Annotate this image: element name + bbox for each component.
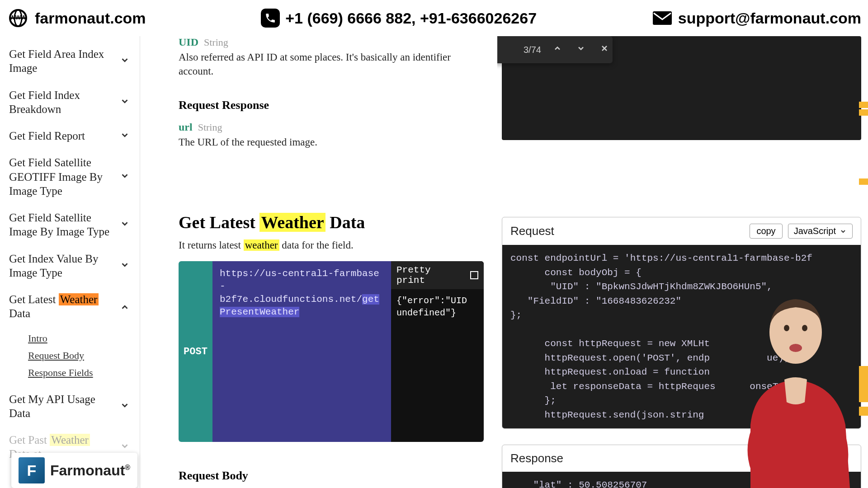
panel-header: Response — [502, 445, 861, 472]
www-icon: WWW — [7, 7, 29, 29]
phone-icon — [261, 9, 280, 28]
sidebar-item-geotiff-image[interactable]: Get Field Satellite GEOTIFF Image By Ima… — [0, 149, 140, 204]
response-code-panel: Response "lat" : 50.508256707 }, — [502, 445, 861, 488]
sidebar-subnav: Intro Request Body Response Fields — [0, 327, 140, 386]
pretty-print-checkbox[interactable] — [470, 271, 478, 279]
brand-logo-card: F Farmonaut® — [11, 453, 137, 488]
email-text: support@farmonaut.com — [678, 9, 861, 27]
chevron-down-icon — [120, 130, 130, 142]
language-select[interactable]: JavaScript — [788, 224, 853, 239]
sidebar-item-field-report[interactable]: Get Field Report — [0, 122, 140, 149]
search-highlight-current: Weather — [59, 293, 99, 305]
chevron-down-icon — [120, 441, 130, 453]
request-body-heading: Request Body — [179, 469, 484, 483]
request-code-panel: Request copy JavaScript const endpointUr… — [502, 217, 861, 429]
domain-block: WWW farmonaut.com — [7, 7, 146, 29]
search-highlight: Weather — [50, 434, 90, 446]
sidebar-item-label: Get Field Index Breakdown — [9, 88, 113, 117]
find-close-button[interactable] — [597, 42, 612, 57]
chevron-down-icon — [840, 228, 847, 235]
pretty-print-label: Pretty print — [396, 265, 465, 286]
email-block: support@farmonaut.com — [652, 8, 861, 28]
minimap-marker — [859, 366, 868, 402]
brand-logo-text: Farmonaut® — [50, 462, 130, 479]
sidebar-sub-request-body[interactable]: Request Body — [28, 347, 140, 364]
http-method-badge: POST — [179, 261, 212, 442]
code-column: 3/74 Request copy JavaScript const endpo… — [497, 36, 868, 488]
chevron-down-icon — [120, 96, 130, 108]
request-code[interactable]: const endpointUrl = 'https://us-central1… — [502, 245, 861, 428]
documentation-column: UID String Also referred as API ID at so… — [140, 36, 497, 488]
sidebar-item-label: Get My API Usage Data — [9, 392, 113, 421]
endpoint-url[interactable]: https://us-central1-farmbase- b2f7e.clou… — [212, 261, 391, 442]
request-response-heading: Request Response — [179, 99, 484, 112]
chevron-down-icon — [120, 260, 130, 272]
chevron-down-icon — [120, 219, 130, 230]
svg-text:WWW: WWW — [10, 14, 27, 21]
param-description: Also referred as API ID at some places. … — [179, 50, 484, 78]
minimap-marker — [859, 109, 868, 116]
sidebar-sub-intro[interactable]: Intro — [28, 330, 140, 347]
phone-text: +1 (669) 6666 882, +91-6366026267 — [285, 9, 537, 27]
response-toolbar: Pretty print — [391, 261, 484, 289]
phone-block: +1 (669) 6666 882, +91-6366026267 — [146, 9, 652, 28]
sidebar-item-label: Get Field Report — [9, 129, 85, 143]
svg-rect-4 — [653, 11, 672, 25]
minimap-marker — [859, 407, 868, 416]
sidebar-sub-response-fields[interactable]: Response Fields — [28, 364, 140, 381]
response-body: {"error":"UID undefined"} — [391, 289, 484, 324]
panel-header: Request copy JavaScript — [502, 217, 861, 245]
search-highlight: Weather — [259, 213, 325, 232]
chevron-down-icon — [120, 400, 130, 412]
param-type: String — [198, 122, 222, 133]
top-header: WWW farmonaut.com +1 (669) 6666 882, +91… — [0, 0, 868, 36]
panel-title: Request — [510, 224, 744, 238]
search-highlight: weather — [244, 239, 279, 251]
param-name: url — [179, 121, 193, 133]
find-prev-button[interactable] — [550, 42, 565, 57]
sidebar-item-label: Get Field Satellite GEOTIFF Image By Ima… — [9, 155, 113, 198]
brand-logo-icon: F — [19, 457, 45, 483]
section-heading: Get Latest Weather Data — [179, 212, 484, 232]
response-preview: Pretty print {"error":"UID undefined"} — [391, 261, 484, 442]
sidebar-item-field-index-breakdown[interactable]: Get Field Index Breakdown — [0, 82, 140, 123]
api-example-block: POST https://us-central1-farmbase- b2f7e… — [179, 261, 484, 442]
sidebar-item-latest-weather[interactable]: Get Latest Weather Data — [0, 286, 140, 327]
sidebar-item-label: Get Index Value By Image Type — [9, 252, 113, 280]
find-bar: 3/74 — [497, 36, 613, 63]
param-name: UID — [179, 36, 198, 48]
sidebar-item-field-area-index-image[interactable]: Get Field Area Index Image — [0, 41, 140, 82]
sidebar-item-label: Get Field Satellite Image By Image Type — [9, 211, 113, 239]
chevron-down-icon — [120, 55, 130, 67]
param-type: String — [204, 37, 228, 48]
minimap-marker — [859, 178, 868, 185]
sidebar-item-satellite-image[interactable]: Get Field Satellite Image By Image Type — [0, 204, 140, 245]
copy-button[interactable]: copy — [750, 224, 782, 239]
response-code[interactable]: "lat" : 50.508256707 }, — [502, 472, 861, 488]
mail-icon — [652, 8, 673, 28]
minimap-marker — [859, 102, 868, 108]
find-input[interactable] — [497, 44, 514, 55]
chevron-up-icon — [120, 300, 130, 312]
domain-text: farmonaut.com — [35, 9, 146, 27]
panel-title: Response — [510, 451, 853, 465]
section-description: It returns latest weather data for the f… — [179, 239, 484, 251]
sidebar-item-index-value[interactable]: Get Index Value By Image Type — [0, 245, 140, 286]
param-description: The URL of the requested image. — [179, 135, 484, 149]
sidebar-item-label: Get Latest Weather Data — [9, 292, 113, 321]
sidebar-item-api-usage[interactable]: Get My API Usage Data — [0, 386, 140, 427]
chevron-down-icon — [120, 171, 130, 183]
sidebar-item-label: Get Field Area Index Image — [9, 47, 113, 75]
find-count: 3/74 — [524, 45, 541, 55]
find-next-button[interactable] — [574, 42, 588, 57]
param-uid: UID String Also referred as API ID at so… — [179, 36, 484, 78]
code-panel-top: 3/74 — [502, 36, 861, 140]
param-url: url String The URL of the requested imag… — [179, 121, 484, 149]
sidebar: Get Field Area Index Image Get Field Ind… — [0, 36, 140, 488]
